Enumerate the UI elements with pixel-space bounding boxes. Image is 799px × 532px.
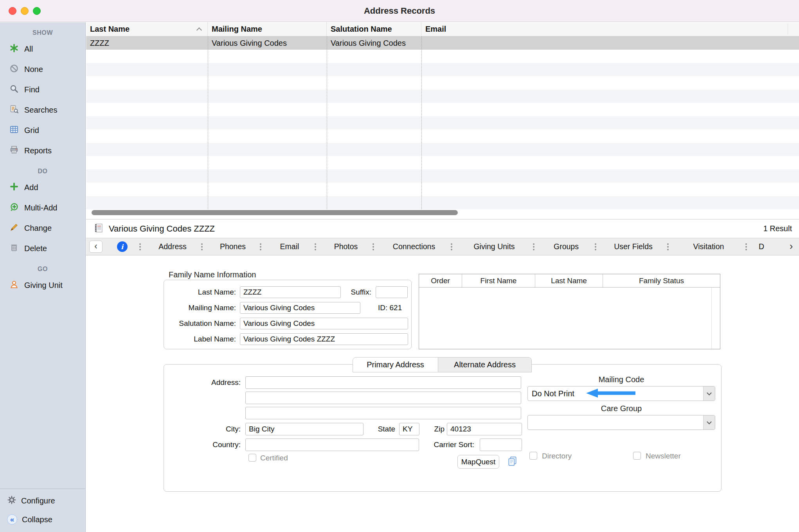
column-header-label: Email — [425, 25, 446, 34]
sidebar-item-grid[interactable]: Grid — [0, 120, 85, 140]
suffix-input[interactable] — [376, 286, 408, 298]
horizontal-scrollbar[interactable] — [92, 210, 458, 215]
column-header-last-name[interactable]: Last Name — [86, 22, 208, 36]
tab-menu-icon[interactable] — [259, 242, 262, 252]
address-records-window: Address Records SHOW All None Find Searc… — [0, 0, 799, 532]
family-members-table: Order First Name Last Name Family Status — [419, 274, 720, 349]
country-input[interactable] — [245, 439, 419, 451]
records-table-header: Last Name Mailing Name Salutation Name E… — [86, 22, 799, 36]
tab-visitation[interactable]: Visitation — [669, 238, 748, 255]
table-row-empty[interactable] — [86, 169, 799, 183]
last-name-label: Last Name: — [164, 286, 236, 298]
tab-email[interactable]: Email — [262, 238, 317, 255]
sidebar-item-giving-unit[interactable]: Giving Unit — [0, 275, 85, 295]
sidebar-item-delete[interactable]: Delete — [0, 238, 85, 259]
sidebar-item-label: Searches — [24, 106, 58, 115]
sidebar-item-collapse[interactable]: « Collapse — [0, 510, 85, 529]
chevron-down-icon[interactable] — [703, 415, 715, 430]
table-row-empty[interactable] — [86, 90, 799, 103]
sidebar-item-reports[interactable]: Reports — [0, 140, 85, 161]
members-column-order[interactable]: Order — [419, 274, 462, 287]
column-header-mailing-name[interactable]: Mailing Name — [208, 22, 327, 36]
certified-checkbox[interactable] — [248, 454, 256, 462]
sidebar-item-multi-add[interactable]: Multi-Add — [0, 198, 85, 218]
table-row-empty[interactable] — [86, 63, 799, 76]
tab-groups[interactable]: Groups — [535, 238, 597, 255]
zip-input[interactable] — [447, 423, 522, 435]
mailing-name-input[interactable] — [240, 302, 360, 314]
address-line1-input[interactable] — [245, 376, 521, 389]
city-input[interactable] — [245, 423, 364, 435]
table-row-empty[interactable] — [86, 76, 799, 90]
tab-menu-icon[interactable] — [594, 242, 597, 252]
tab-phones[interactable]: Phones — [203, 238, 262, 255]
salutation-name-label: Salutation Name: — [164, 318, 236, 329]
sidebar-item-all[interactable]: All — [0, 39, 85, 59]
table-row-empty[interactable] — [86, 103, 799, 116]
sidebar-item-add[interactable]: Add — [0, 177, 85, 198]
tab-address[interactable]: Address — [142, 238, 203, 255]
care-group-dropdown[interactable] — [527, 415, 715, 430]
salutation-name-input[interactable] — [240, 318, 408, 329]
column-header-label: Last Name — [90, 25, 130, 34]
table-row-empty[interactable] — [86, 156, 799, 169]
sidebar-item-find[interactable]: Find — [0, 79, 85, 100]
sidebar-item-label: None — [24, 65, 43, 74]
directory-checkbox[interactable] — [529, 452, 537, 460]
copy-address-icon[interactable] — [507, 455, 518, 469]
sidebar-item-configure[interactable]: Configure — [0, 491, 85, 510]
tabs-scroll-left-button[interactable]: ‹ — [89, 241, 103, 253]
zoom-window-button[interactable] — [33, 7, 41, 15]
tab-menu-icon[interactable] — [532, 242, 535, 252]
column-header-email[interactable]: Email — [421, 22, 799, 36]
label-name-input[interactable] — [240, 333, 408, 345]
close-window-button[interactable] — [9, 7, 16, 15]
last-name-input[interactable] — [240, 286, 341, 298]
members-column-first-name[interactable]: First Name — [462, 274, 535, 287]
table-row-empty[interactable] — [86, 129, 799, 143]
tab-menu-icon[interactable] — [372, 242, 375, 252]
tab-user-fields[interactable]: User Fields — [597, 238, 669, 255]
minimize-window-button[interactable] — [21, 7, 29, 15]
record-id: ID: 621 — [378, 302, 402, 314]
city-label: City: — [164, 423, 241, 435]
sidebar-item-label: Delete — [24, 244, 47, 253]
result-count: 1 Result — [763, 224, 792, 233]
address-line3-input[interactable] — [245, 407, 521, 419]
tabs-scroll-right-button[interactable]: › — [783, 241, 799, 252]
sidebar-item-searches[interactable]: Searches — [0, 100, 85, 120]
tab-menu-icon[interactable] — [745, 242, 748, 252]
table-row-empty[interactable] — [86, 143, 799, 156]
column-header-salutation-name[interactable]: Salutation Name — [327, 22, 421, 36]
collapse-icon: « — [7, 514, 17, 525]
tab-photos[interactable]: Photos — [317, 238, 375, 255]
tab-menu-icon[interactable] — [200, 242, 203, 252]
table-row-selected[interactable]: ZZZZ Various Giving Codes Various Giving… — [86, 36, 799, 50]
table-row-empty[interactable] — [86, 183, 799, 196]
tab-connections[interactable]: Connections — [375, 238, 453, 255]
chevron-down-icon[interactable] — [703, 386, 715, 401]
carrier-sort-input[interactable] — [480, 439, 522, 451]
members-column-last-name[interactable]: Last Name — [535, 274, 603, 287]
sidebar-item-none[interactable]: None — [0, 59, 85, 79]
address-groupbox: Address: City: State Zip Country: Carrie… — [164, 364, 722, 492]
tab-partial[interactable]: D — [748, 238, 783, 255]
members-column-family-status[interactable]: Family Status — [603, 274, 720, 287]
mapquest-button[interactable]: MapQuest — [457, 455, 499, 469]
tab-info[interactable]: i — [103, 238, 142, 255]
tab-alternate-address[interactable]: Alternate Address — [438, 357, 532, 372]
info-icon: i — [117, 241, 128, 252]
tab-menu-icon[interactable] — [666, 242, 669, 252]
newsletter-checkbox[interactable] — [633, 452, 641, 460]
tab-primary-address[interactable]: Primary Address — [353, 357, 438, 372]
sidebar-item-change[interactable]: Change — [0, 218, 85, 238]
address-line2-input[interactable] — [245, 392, 521, 404]
cell-salutation-name: Various Giving Codes — [327, 36, 421, 50]
tab-giving-units[interactable]: Giving Units — [453, 238, 535, 255]
table-row-empty[interactable] — [86, 196, 799, 209]
tab-menu-icon[interactable] — [314, 242, 317, 252]
table-row-empty[interactable] — [86, 116, 799, 129]
tab-menu-icon[interactable] — [450, 242, 453, 252]
tab-menu-icon[interactable] — [139, 242, 142, 252]
table-row-empty[interactable] — [86, 50, 799, 63]
